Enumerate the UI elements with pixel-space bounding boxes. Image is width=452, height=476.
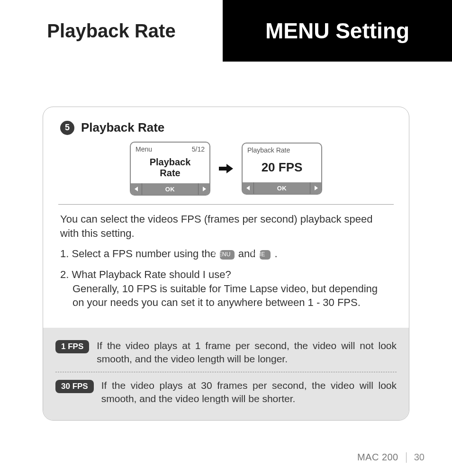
tip-text-1fps: If the video plays at 1 frame per second… [97,339,397,366]
svg-marker-1 [203,187,206,191]
lcd-menu-label: Menu [136,145,152,153]
lcd-menu-nav: OK [131,183,209,195]
step-number-badge: 5 [60,121,74,135]
lcd-menu-line1: Playback [150,157,191,167]
lcd-value-header: Playback Rate [243,144,321,155]
header-right: MENU Setting [223,0,452,62]
body-text: You can select the videos FPS (frames pe… [58,212,394,310]
lcd-value-nav: OK [243,182,321,194]
lcd-value-label: Playback Rate [247,146,290,154]
step-heading: 5 Playback Rate [60,120,394,135]
nav-left-icon [243,182,254,194]
tip-row-30fps: 30 FPS If the video plays at 30 frames p… [55,372,397,410]
lcd-value: 20 FPS [243,155,321,182]
tip-badge-30fps: 30 FPS [55,380,94,393]
lcd-screens-row: Menu 5/12 Playback Rate OK [58,142,394,196]
nav-right-icon [198,183,209,195]
nav-ok-label: OK [254,182,310,194]
footer-page-number: 30 [407,452,425,463]
instruction-2: What Playback Rate should I use? General… [60,268,392,310]
tip-badge-1fps: 1 FPS [55,340,89,353]
page-footer: MAC 200 30 [357,452,425,463]
tip-row-1fps: 1 FPS If the video plays at 1 frame per … [55,335,397,370]
lcd-menu-header: Menu 5/12 [131,143,209,154]
step-title: Playback Rate [81,120,164,135]
svg-marker-2 [219,164,233,173]
page-header: Playback Rate MENU Setting [0,0,452,62]
instruction-1-before: Select a FPS number using the [72,248,219,260]
lcd-menu-index: 5/12 [192,145,205,153]
instruction-list: Select a FPS number using the <MENU and … [60,247,392,310]
intro-paragraph: You can select the videos FPS (frames pe… [60,212,392,240]
svg-marker-0 [135,187,138,191]
lcd-menu-screen: Menu 5/12 Playback Rate OK [130,142,210,196]
svg-marker-3 [246,186,250,190]
menu-button-label: MENU [226,251,231,258]
divider [58,204,394,205]
footer-model: MAC 200 [357,452,406,463]
header-title: MENU Setting [265,18,409,44]
instruction-2-question: What Playback Rate should I use? [72,269,231,280]
header-left: Playback Rate [0,0,223,62]
nav-ok-label: OK [142,183,198,195]
nav-left-icon [131,183,142,195]
instruction-1: Select a FPS number using the <MENU and … [60,247,392,261]
time-button-label: TIME [263,251,265,258]
tips-block: 1 FPS If the video plays at 1 frame per … [43,328,409,420]
nav-right-icon [310,182,321,194]
menu-button-pill: <MENU [220,250,235,260]
arrow-right-icon [219,163,233,174]
lcd-menu-value: Playback Rate [131,154,209,183]
instruction-1-after: . [271,248,277,260]
header-subtitle: Playback Rate [47,20,175,42]
time-button-pill: TIME> [260,250,271,260]
card-body: 5 Playback Rate Menu 5/12 Playback Rate [43,107,409,328]
tip-text-30fps: If the video plays at 30 frames per seco… [101,379,397,406]
instruction-2-answer: Generally, 10 FPS is suitable for Time L… [72,282,392,310]
content-card: 5 Playback Rate Menu 5/12 Playback Rate [43,107,409,421]
lcd-menu-line2: Rate [160,168,180,178]
lcd-value-screen: Playback Rate 20 FPS OK [242,143,322,195]
svg-marker-4 [315,186,318,190]
